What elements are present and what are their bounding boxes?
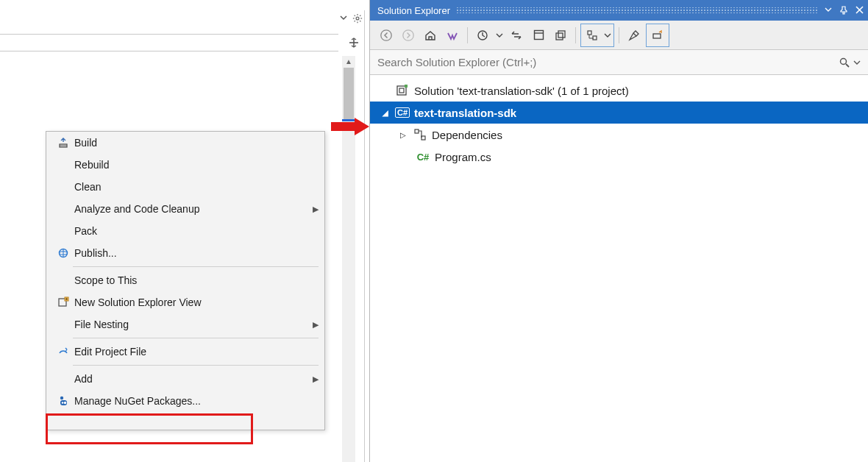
svg-line-5 (355, 15, 355, 16)
svg-line-8 (360, 15, 360, 16)
menu-item-label: Pack (73, 225, 307, 237)
dependencies-label: Dependencies (432, 129, 502, 141)
menu-item-file-nesting[interactable]: File Nesting▶ (46, 313, 324, 335)
panel-title: Solution Explorer (377, 5, 450, 16)
csharp-project-icon: C# (395, 107, 410, 118)
preview-selected-group (646, 24, 669, 47)
menu-item-label: Edit Project File (73, 346, 307, 358)
svg-rect-40 (405, 85, 408, 88)
svg-rect-29 (556, 33, 563, 40)
show-all-files-dropdown-icon[interactable] (602, 25, 613, 46)
nav-back-button[interactable] (376, 25, 396, 46)
svg-point-0 (356, 17, 359, 20)
menu-separator (73, 266, 319, 267)
submenu-arrow-icon: ▶ (307, 374, 324, 384)
menu-item-label: Add (73, 373, 307, 385)
home-button[interactable] (420, 25, 441, 46)
menu-item-label: Clean (73, 181, 307, 193)
search-icon[interactable] (839, 57, 850, 68)
build-icon (54, 137, 73, 149)
menu-item-label: New Solution Explorer View (73, 296, 307, 308)
show-all-files-button[interactable] (582, 25, 602, 46)
solution-tree: Solution 'text-translation-sdk' (1 of 1 … (370, 75, 868, 462)
panel-menu-icon[interactable] (339, 13, 348, 24)
svg-line-7 (355, 21, 355, 21)
collapse-all-button[interactable] (550, 25, 571, 46)
svg-point-21 (64, 402, 66, 404)
search-dropdown-icon[interactable] (853, 59, 861, 66)
solution-explorer-titlebar[interactable]: Solution Explorer (370, 0, 868, 21)
menu-separator (73, 365, 319, 366)
preview-selected-button[interactable] (647, 25, 668, 46)
publish-icon (54, 247, 73, 259)
svg-point-24 (381, 29, 391, 40)
solution-icon (395, 84, 410, 97)
gear-icon[interactable] (352, 13, 363, 24)
properties-button[interactable] (624, 25, 644, 46)
menu-item-clean[interactable]: Clean (46, 176, 324, 198)
switch-views-button[interactable] (442, 25, 463, 46)
menu-item-add[interactable]: Add▶ (46, 368, 324, 390)
solution-explorer-panel: Solution Explorer (369, 0, 868, 462)
svg-rect-27 (534, 31, 543, 40)
menu-item-publish[interactable]: Publish... (46, 242, 324, 264)
solution-explorer-search[interactable] (370, 50, 868, 75)
sync-active-button[interactable] (506, 25, 527, 46)
search-input[interactable] (377, 56, 839, 68)
pin-icon[interactable] (839, 6, 848, 15)
menu-item-rebuild[interactable]: Rebuild (46, 154, 324, 176)
solution-explorer-toolbar (370, 21, 868, 50)
submenu-arrow-icon: ▶ (307, 205, 324, 214)
tree-file-node[interactable]: C# Program.cs (370, 146, 868, 168)
svg-rect-39 (399, 88, 404, 93)
menu-item-label: Scope to This (73, 274, 307, 286)
panel-grip[interactable] (456, 7, 819, 13)
project-context-menu: BuildRebuildCleanAnalyze and Code Cleanu… (46, 131, 325, 430)
new-view-icon (54, 296, 73, 308)
nav-forward-button[interactable] (398, 25, 419, 46)
filter-dropdown-icon[interactable] (494, 25, 505, 46)
menu-item-build[interactable]: Build (46, 132, 324, 154)
refresh-button[interactable] (528, 25, 549, 46)
menu-item-label: Manage NuGet Packages... (73, 395, 307, 407)
svg-point-20 (62, 402, 64, 404)
menu-item-label: Build (73, 137, 307, 149)
tree-dependencies-node[interactable]: ▷ Dependencies (370, 124, 868, 146)
svg-rect-41 (415, 129, 419, 133)
show-all-files-group (580, 24, 614, 47)
tree-solution-node[interactable]: Solution 'text-translation-sdk' (1 of 1 … (370, 79, 868, 102)
svg-point-36 (841, 58, 847, 64)
menu-item-manage-nuget-packages[interactable]: Manage NuGet Packages... (46, 390, 324, 412)
annotation-arrow (330, 116, 371, 137)
svg-point-18 (60, 397, 63, 399)
editor-breadcrumb-bar (0, 34, 338, 51)
dependencies-icon (413, 128, 427, 141)
solution-label: Solution 'text-translation-sdk' (1 of 1 … (414, 85, 629, 97)
expand-toggle-icon[interactable]: ▷ (398, 131, 408, 139)
pending-changes-filter-button[interactable] (472, 25, 493, 46)
menu-item-label: File Nesting (73, 319, 307, 330)
svg-line-6 (360, 21, 360, 21)
menu-item-edit-project-file[interactable]: Edit Project File (46, 341, 324, 363)
svg-rect-42 (421, 136, 425, 140)
close-icon[interactable] (855, 6, 864, 15)
menu-item-new-solution-explorer-view[interactable]: New Solution Explorer View (46, 291, 324, 313)
svg-point-25 (403, 29, 413, 40)
split-editor-icon[interactable] (348, 37, 360, 49)
file-name: Program.cs (435, 151, 491, 163)
expand-toggle-icon[interactable]: ◢ (380, 109, 391, 117)
svg-rect-30 (558, 31, 565, 38)
nuget-icon (54, 395, 73, 407)
svg-rect-31 (588, 31, 591, 35)
project-name: text-translation-sdk (414, 107, 516, 119)
menu-item-label: Rebuild (73, 159, 307, 171)
menu-item-label: Publish... (73, 247, 307, 259)
svg-line-37 (846, 64, 849, 67)
menu-item-label: Analyze and Code Cleanup (73, 203, 307, 215)
menu-item-analyze-and-code-cleanup[interactable]: Analyze and Code Cleanup▶ (46, 198, 324, 220)
menu-item-pack[interactable]: Pack (46, 220, 324, 242)
submenu-arrow-icon: ▶ (307, 320, 324, 330)
panel-menu-dropdown-icon[interactable] (825, 6, 832, 15)
menu-item-scope-to-this[interactable]: Scope to This (46, 269, 324, 291)
tree-project-node[interactable]: ◢ C# text-translation-sdk (370, 102, 868, 124)
